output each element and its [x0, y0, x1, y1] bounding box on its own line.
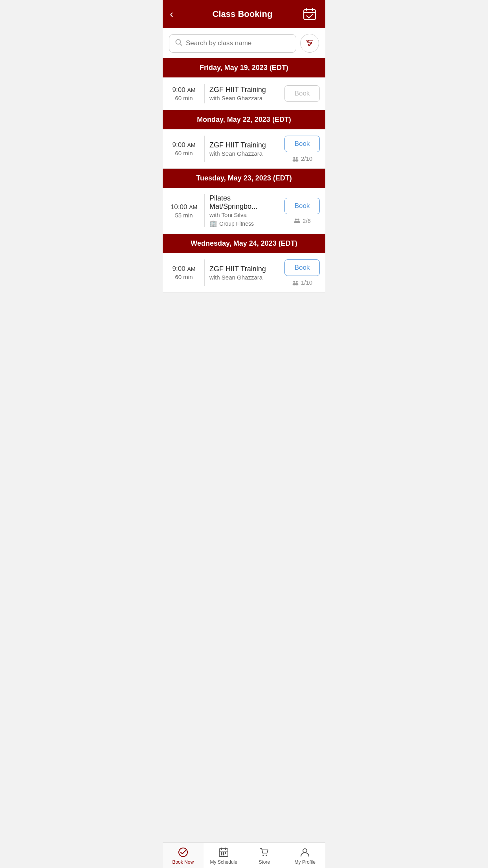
svg-rect-0 [304, 9, 316, 20]
nav-store[interactable]: Store [244, 843, 285, 868]
class-duration: 60 min [168, 274, 200, 280]
svg-point-9 [307, 40, 308, 42]
people-icon [292, 156, 299, 162]
class-instructor: with Sean Ghazzara [209, 150, 280, 157]
nav-book-now-label: Book Now [172, 859, 194, 865]
vertical-divider [204, 84, 205, 103]
class-duration: 60 min [168, 95, 200, 101]
bottom-navigation: Book Now My Schedule Store My Profile [163, 842, 325, 868]
search-input[interactable] [186, 39, 290, 47]
class-instructor: with Sean Ghazzara [209, 95, 280, 101]
building-icon: 🏢 [209, 220, 217, 227]
people-icon [294, 218, 301, 223]
class-duration: 55 min [168, 212, 200, 219]
class-capacity: 2/6 [294, 217, 311, 224]
filter-icon [305, 39, 314, 48]
svg-point-20 [293, 281, 295, 283]
class-time: 10:00 AM 55 min [168, 203, 200, 219]
class-list: Friday, May 19, 2023 (EDT) 9:00 AM 60 mi… [163, 58, 325, 328]
svg-point-13 [296, 157, 298, 159]
class-actions: Book [284, 85, 320, 102]
svg-point-15 [295, 159, 298, 162]
class-time-value: 9:00 AM [168, 141, 200, 149]
page-title: Class Booking [184, 9, 301, 19]
filter-button[interactable] [300, 34, 319, 53]
class-capacity: 1/10 [292, 279, 312, 286]
svg-point-12 [293, 157, 295, 159]
nav-book-now[interactable]: Book Now [163, 843, 204, 868]
vertical-divider [204, 136, 205, 162]
class-actions: Book 2/6 [284, 198, 320, 224]
svg-point-35 [266, 855, 267, 856]
svg-rect-31 [225, 852, 226, 854]
svg-point-21 [296, 281, 298, 283]
class-time: 9:00 AM 60 min [168, 265, 200, 280]
class-row: 9:00 AM 60 min ZGF HIIT Training with Se… [163, 253, 325, 292]
date-header: Wednesday, May 24, 2023 (EDT) [163, 234, 325, 253]
svg-rect-32 [221, 854, 222, 855]
schedule-icon [218, 847, 229, 858]
back-button[interactable]: ‹ [170, 8, 184, 20]
class-instructor: with Sean Ghazzara [209, 274, 280, 281]
book-button[interactable]: Book [284, 85, 320, 102]
store-icon [259, 847, 270, 858]
class-row: 9:00 AM 60 min ZGF HIIT Training with Se… [163, 77, 325, 110]
book-button[interactable]: Book [284, 198, 320, 214]
class-info: Pilates Mat/Springbo... with Toni Silva … [209, 194, 280, 227]
book-now-icon [178, 847, 189, 858]
svg-point-36 [303, 849, 307, 853]
class-instructor: with Toni Silva [209, 211, 280, 218]
svg-point-16 [295, 219, 297, 221]
date-header: Tuesday, May 23, 2023 (EDT) [163, 169, 325, 188]
svg-rect-29 [221, 852, 222, 854]
class-capacity: 2/10 [292, 155, 312, 162]
svg-point-17 [297, 219, 299, 221]
svg-point-34 [262, 855, 264, 856]
svg-rect-30 [223, 852, 224, 854]
book-button[interactable]: Book [284, 136, 320, 152]
class-time: 9:00 AM 60 min [168, 86, 200, 101]
nav-my-profile[interactable]: My Profile [285, 843, 326, 868]
class-time-value: 9:00 AM [168, 86, 200, 94]
svg-point-10 [310, 42, 312, 44]
class-actions: Book 1/10 [284, 259, 320, 286]
class-info: ZGF HIIT Training with Sean Ghazzara [209, 265, 280, 281]
vertical-divider [204, 194, 205, 227]
people-icon [292, 280, 299, 285]
search-bar [163, 28, 325, 58]
profile-icon [299, 847, 310, 858]
class-name: Pilates Mat/Springbo... [209, 194, 280, 211]
search-icon [175, 39, 183, 48]
class-time-value: 9:00 AM [168, 265, 200, 273]
class-info: ZGF HIIT Training with Sean Ghazzara [209, 86, 280, 101]
svg-point-19 [297, 221, 300, 223]
app-header: ‹ Class Booking [163, 0, 325, 28]
nav-schedule-label: My Schedule [210, 859, 237, 865]
date-header: Monday, May 22, 2023 (EDT) [163, 110, 325, 129]
date-header: Friday, May 19, 2023 (EDT) [163, 58, 325, 77]
vertical-divider [204, 259, 205, 286]
class-name: ZGF HIIT Training [209, 265, 280, 273]
svg-point-24 [179, 848, 187, 857]
class-row: 9:00 AM 60 min ZGF HIIT Training with Se… [163, 129, 325, 169]
search-field-wrap[interactable] [169, 34, 296, 53]
book-button[interactable]: Book [284, 259, 320, 276]
class-name: ZGF HIIT Training [209, 86, 280, 94]
svg-point-11 [308, 44, 310, 46]
class-actions: Book 2/10 [284, 136, 320, 162]
class-category: 🏢 Group Fitness [209, 220, 280, 227]
class-time: 9:00 AM 60 min [168, 141, 200, 156]
svg-rect-33 [223, 854, 224, 855]
class-time-value: 10:00 AM [168, 203, 200, 211]
class-name: ZGF HIIT Training [209, 141, 280, 149]
nav-my-schedule[interactable]: My Schedule [204, 843, 244, 868]
class-duration: 60 min [168, 150, 200, 156]
svg-line-5 [180, 44, 182, 46]
nav-store-label: Store [259, 859, 270, 865]
nav-profile-label: My Profile [295, 859, 316, 865]
class-row: 10:00 AM 55 min Pilates Mat/Springbo... … [163, 188, 325, 234]
svg-point-23 [295, 283, 298, 285]
calendar-check-icon[interactable] [301, 6, 318, 23]
class-info: ZGF HIIT Training with Sean Ghazzara [209, 141, 280, 157]
